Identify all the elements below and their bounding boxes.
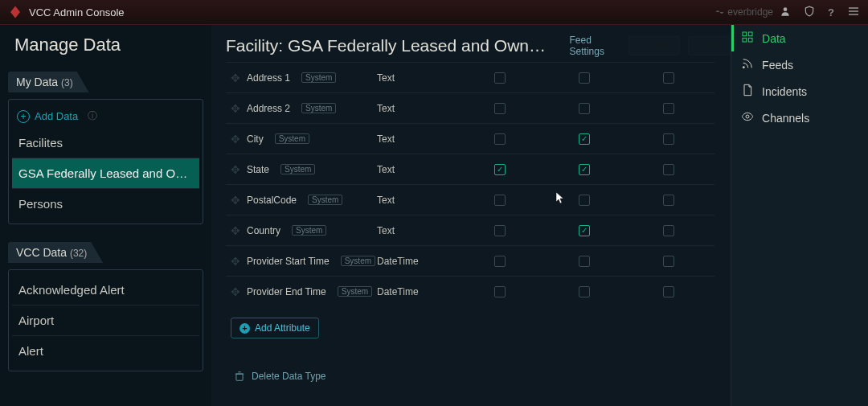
- table-row: ✥Provider End TimeSystemDateTime: [226, 276, 714, 306]
- plus-circle-icon: +: [240, 323, 250, 334]
- attribute-name: PostalCode: [247, 195, 297, 206]
- checkbox[interactable]: [579, 225, 590, 236]
- add-attribute-button[interactable]: + Add Attribute: [231, 318, 319, 338]
- checkbox[interactable]: [579, 133, 590, 145]
- right-nav-item[interactable]: Data: [731, 25, 868, 51]
- table-row: ✥PostalCodeSystemText: [226, 184, 714, 215]
- checkbox[interactable]: [579, 195, 590, 206]
- checkbox[interactable]: [663, 133, 674, 145]
- vcc-data-label: VCC Data: [16, 246, 67, 259]
- attribute-type: Text: [377, 164, 457, 175]
- vccdata-item[interactable]: Airport: [12, 306, 199, 336]
- system-tag: System: [301, 72, 336, 83]
- checkbox[interactable]: [663, 225, 674, 236]
- add-data-label: Add Data: [35, 110, 78, 122]
- mydata-item[interactable]: GSA Federally Leased and Ow...: [12, 158, 199, 189]
- left-sidebar: Manage Data My Data (3) + Add Data ⓘ Fac…: [0, 25, 211, 406]
- delete-data-type-label: Delete Data Type: [252, 371, 326, 382]
- delete-data-type-button[interactable]: Delete Data Type: [234, 371, 731, 382]
- drag-handle-icon[interactable]: ✥: [231, 285, 240, 298]
- plus-icon: +: [17, 110, 30, 123]
- right-nav-label: Channels: [762, 112, 809, 125]
- attribute-type: Text: [377, 225, 457, 236]
- drag-handle-icon[interactable]: ✥: [231, 133, 240, 146]
- facility-title: Facility: GSA Federally Leased and Owned…: [226, 36, 555, 55]
- drag-handle-icon[interactable]: ✥: [231, 194, 240, 207]
- system-tag: System: [308, 195, 342, 205]
- help-icon[interactable]: ?: [828, 6, 834, 18]
- attribute-name: Country: [247, 225, 280, 236]
- attribute-name: Provider End Time: [247, 286, 326, 297]
- checkbox[interactable]: [663, 195, 674, 206]
- right-nav-item[interactable]: Incidents: [731, 78, 868, 105]
- svg-point-11: [743, 67, 744, 68]
- checkbox[interactable]: [663, 164, 674, 175]
- grid-icon: [741, 31, 754, 46]
- vccdata-item[interactable]: Acknowledged Alert: [12, 275, 199, 306]
- system-tag: System: [301, 103, 336, 113]
- save-button[interactable]: Save: [688, 36, 731, 55]
- cancel-button[interactable]: Cancel: [628, 36, 679, 55]
- right-nav-item[interactable]: Feeds: [731, 51, 868, 78]
- attribute-type: DateTime: [377, 286, 457, 297]
- vccdata-item[interactable]: Alert: [12, 336, 199, 366]
- drag-handle-icon[interactable]: ✥: [231, 72, 240, 84]
- mydata-item[interactable]: Persons: [12, 189, 199, 219]
- drag-handle-icon[interactable]: ✥: [231, 224, 240, 237]
- user-icon[interactable]: [780, 6, 791, 19]
- vcc-data-count: (32): [70, 248, 87, 259]
- drag-handle-icon[interactable]: ✥: [231, 163, 240, 176]
- checkbox[interactable]: [663, 256, 674, 267]
- svg-rect-10: [748, 38, 752, 42]
- my-data-label: My Data: [16, 76, 58, 88]
- right-nav-item[interactable]: Channels: [731, 105, 868, 131]
- attribute-name: Address 1: [247, 72, 290, 84]
- eye-icon: [741, 110, 754, 125]
- checkbox[interactable]: [579, 256, 590, 267]
- feed-settings-link[interactable]: Feed Settings: [570, 35, 621, 57]
- checkbox[interactable]: [494, 286, 506, 297]
- checkbox[interactable]: [663, 72, 674, 84]
- checkbox[interactable]: [494, 164, 506, 175]
- svg-rect-4: [236, 374, 243, 380]
- center-panel: Facility: GSA Federally Leased and Owned…: [211, 25, 731, 406]
- attribute-type: Text: [377, 72, 457, 84]
- checkbox[interactable]: [494, 225, 506, 236]
- svg-rect-7: [743, 32, 747, 36]
- checkbox[interactable]: [663, 103, 674, 114]
- add-data-button[interactable]: + Add Data ⓘ: [12, 105, 199, 128]
- drag-handle-icon[interactable]: ✥: [231, 255, 240, 268]
- checkbox[interactable]: [579, 103, 590, 114]
- checkbox[interactable]: [579, 72, 590, 84]
- right-nav-label: Feeds: [762, 59, 793, 72]
- attribute-name: Provider Start Time: [247, 256, 330, 267]
- checkbox[interactable]: [663, 286, 674, 297]
- app-logo-icon: [8, 5, 23, 19]
- rss-icon: [741, 57, 754, 72]
- info-icon: ⓘ: [88, 109, 97, 123]
- attribute-type: Text: [377, 195, 457, 206]
- checkbox[interactable]: [494, 195, 506, 206]
- table-row: ✥Address 1SystemText: [226, 62, 714, 92]
- attribute-type: Text: [377, 133, 457, 145]
- right-nav: DataFeedsIncidentsChannels: [731, 25, 868, 406]
- drag-handle-icon[interactable]: ✥: [231, 102, 240, 115]
- page-title: Manage Data: [14, 35, 203, 55]
- attribute-type: Text: [377, 103, 457, 114]
- checkbox[interactable]: [494, 133, 506, 145]
- attribute-name: State: [247, 164, 269, 175]
- table-row: ✥StateSystemText: [226, 154, 714, 184]
- hamburger-icon[interactable]: [847, 5, 860, 20]
- vcc-data-header: VCC Data (32): [8, 242, 203, 265]
- checkbox[interactable]: [494, 256, 506, 267]
- system-tag: System: [341, 256, 375, 266]
- my-data-section: + Add Data ⓘ FacilitesGSA Federally Leas…: [8, 99, 203, 224]
- mydata-item[interactable]: Facilites: [12, 128, 199, 158]
- checkbox[interactable]: [579, 164, 590, 175]
- checkbox[interactable]: [494, 103, 506, 114]
- checkbox[interactable]: [579, 286, 590, 297]
- right-nav-label: Data: [762, 32, 786, 45]
- shield-icon[interactable]: [804, 6, 815, 19]
- svg-point-12: [746, 115, 749, 118]
- checkbox[interactable]: [494, 72, 506, 84]
